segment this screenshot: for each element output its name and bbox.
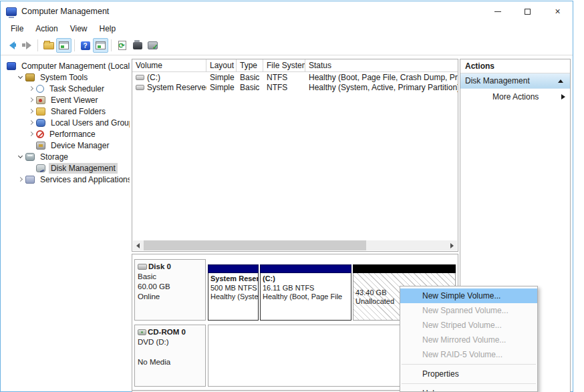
- toolbar-separator: [74, 39, 75, 51]
- export-list-icon: [133, 42, 142, 49]
- tree-item-event-viewer[interactable]: Event Viewer: [5, 94, 130, 106]
- column-header-file-system[interactable]: File System: [263, 59, 305, 71]
- expander-expanded[interactable]: [15, 73, 25, 82]
- tree-item-task-scheduler[interactable]: Task Scheduler: [5, 83, 130, 94]
- action-pane-icon: [96, 41, 106, 49]
- expander-collapsed[interactable]: [15, 175, 25, 184]
- column-header-volume[interactable]: Volume: [132, 59, 206, 71]
- up-level-button[interactable]: [41, 38, 56, 53]
- horizontal-scrollbar[interactable]: [133, 240, 457, 250]
- cdrom0-status: No Media: [138, 357, 204, 367]
- column-header-status[interactable]: Status: [305, 59, 458, 71]
- column-header-type[interactable]: Type: [237, 59, 263, 71]
- minimize-icon: [494, 11, 501, 12]
- disk0-status: Online: [138, 292, 204, 302]
- actions-group-disk-management[interactable]: Disk Management: [460, 73, 570, 89]
- tree-item-system-tools[interactable]: System Tools: [5, 71, 130, 83]
- minimize-button[interactable]: [482, 1, 513, 21]
- disk-management-icon: [36, 164, 45, 172]
- menu-item-new-raid5-volume: New RAID-5 Volume...: [400, 347, 537, 362]
- disk-check-button[interactable]: [145, 38, 160, 53]
- partition-color-bar: [260, 264, 351, 273]
- unallocated-color-bar: [353, 264, 456, 273]
- users-icon: [36, 119, 45, 127]
- menu-view[interactable]: View: [64, 22, 94, 35]
- scroll-right-icon[interactable]: [450, 243, 454, 248]
- refresh-icon: [118, 41, 126, 50]
- tree-item-performance[interactable]: Performance: [5, 128, 130, 140]
- scroll-left-icon[interactable]: [136, 243, 140, 248]
- toolbar-separator: [37, 39, 38, 51]
- expander-none: [26, 164, 35, 173]
- menu-item-properties[interactable]: Properties: [400, 367, 537, 381]
- back-icon: [9, 41, 15, 49]
- window-title: Computer Management: [21, 7, 109, 16]
- shared-folders-icon: [36, 108, 45, 116]
- submenu-arrow-icon: [561, 94, 565, 100]
- event-viewer-icon: [36, 96, 45, 104]
- expander-expanded[interactable]: [15, 152, 25, 162]
- show-action-pane-button[interactable]: [93, 38, 108, 53]
- expander-collapsed[interactable]: [26, 118, 35, 128]
- disk0-type: Basic: [138, 272, 204, 282]
- expander-collapsed[interactable]: [26, 84, 35, 93]
- menu-item-help[interactable]: Help: [400, 386, 537, 392]
- actions-pane-title: Actions: [460, 59, 570, 73]
- disk0-info-panel[interactable]: Disk 0 Basic 60.00 GB Online: [134, 259, 206, 321]
- expander-none: [26, 141, 35, 150]
- toolbar-separator: [111, 39, 112, 51]
- volume-row-system-reserved[interactable]: System Reserved Simple Basic NTFS Health…: [132, 82, 458, 92]
- computer-management-app-icon: [6, 7, 17, 16]
- services-icon: [25, 176, 35, 184]
- menu-item-new-simple-volume[interactable]: New Simple Volume...: [400, 288, 537, 303]
- partition-c[interactable]: (C:) 16.11 GB NTFS Healthy (Boot, Page F…: [260, 264, 351, 321]
- menu-bar: File Action View Help: [1, 21, 573, 36]
- help-icon: ?: [81, 41, 90, 50]
- collapse-group-icon[interactable]: [558, 79, 563, 83]
- tree-item-storage[interactable]: Storage: [5, 151, 130, 162]
- volume-icon: [136, 85, 144, 90]
- forward-button[interactable]: [19, 38, 35, 53]
- title-bar: Computer Management ×: [1, 1, 573, 21]
- menu-action[interactable]: Action: [29, 22, 63, 35]
- menu-file[interactable]: File: [5, 22, 29, 35]
- close-button[interactable]: ×: [543, 1, 573, 21]
- disk-check-icon: [148, 41, 158, 49]
- more-actions-item[interactable]: More Actions: [460, 89, 570, 105]
- help-button[interactable]: ?: [78, 38, 93, 53]
- tree-item-local-users-groups[interactable]: Local Users and Groups: [5, 117, 130, 128]
- screenshot-stage: Computer Management × File Action View H…: [0, 0, 584, 392]
- column-header-layout[interactable]: Layout: [206, 59, 237, 71]
- forward-icon: [26, 41, 31, 49]
- scrollbar-thumb[interactable]: [144, 240, 366, 250]
- menu-item-new-striped-volume: New Striped Volume...: [400, 318, 537, 333]
- export-list-button[interactable]: [130, 38, 145, 53]
- volume-row-c[interactable]: (C:) Simple Basic NTFS Healthy (Boot, Pa…: [132, 72, 458, 82]
- menu-item-new-mirrored-volume: New Mirrored Volume...: [400, 333, 537, 347]
- expander-collapsed[interactable]: [26, 130, 35, 139]
- close-icon: ×: [555, 7, 560, 16]
- tree-item-services-applications[interactable]: Services and Applications: [5, 174, 130, 185]
- cdrom-icon: [138, 329, 146, 335]
- cdrom0-info-panel[interactable]: CD-ROM 0 DVD (D:) No Media: [134, 325, 206, 387]
- expander-collapsed[interactable]: [26, 95, 35, 105]
- tree-item-device-manager[interactable]: Device Manager: [5, 140, 130, 151]
- tree-item-shared-folders[interactable]: Shared Folders: [5, 106, 130, 117]
- show-console-tree-button[interactable]: [56, 38, 71, 53]
- up-folder-icon: [43, 42, 54, 49]
- cdrom0-drive: DVD (D:): [138, 337, 204, 347]
- tree-item-disk-management[interactable]: Disk Management: [5, 162, 130, 174]
- performance-icon: [36, 130, 44, 138]
- partition-system-reserved[interactable]: System Reser 500 MB NTFS Healthy (Syste: [208, 264, 259, 321]
- disk0-size: 60.00 GB: [138, 282, 204, 292]
- menu-help[interactable]: Help: [94, 22, 122, 35]
- toolbar: ?: [1, 36, 573, 55]
- console-tree: Computer Management (Local System Tools …: [5, 60, 130, 390]
- task-scheduler-icon: [36, 85, 44, 93]
- tree-item-computer-management[interactable]: Computer Management (Local: [5, 60, 130, 71]
- menu-separator: [402, 364, 536, 365]
- expander-collapsed[interactable]: [26, 107, 35, 116]
- back-button[interactable]: [4, 38, 19, 53]
- refresh-button[interactable]: [114, 38, 130, 53]
- maximize-button[interactable]: [513, 1, 543, 21]
